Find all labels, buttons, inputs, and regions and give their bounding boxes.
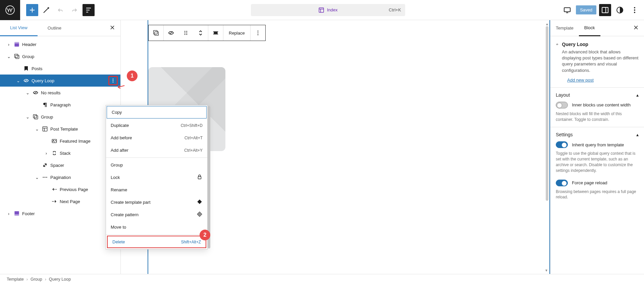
svg-point-35 xyxy=(184,34,185,35)
template-name: Index xyxy=(327,7,338,12)
menu-item-rename[interactable]: Rename xyxy=(106,184,207,196)
tree-item-label: Query Loop xyxy=(30,78,54,83)
chevron-icon[interactable]: › xyxy=(5,211,13,216)
tree-item-label: Post Template xyxy=(49,127,78,132)
block-options-button[interactable] xyxy=(251,25,265,41)
svg-rect-16 xyxy=(35,116,38,119)
close-settings-button[interactable] xyxy=(628,24,644,32)
svg-rect-20 xyxy=(43,177,44,178)
template-selector[interactable]: Index Ctrl+K xyxy=(251,4,405,16)
align-button[interactable] xyxy=(208,25,223,41)
chevron-icon[interactable]: › xyxy=(42,151,50,156)
chevron-icon[interactable]: ⌄ xyxy=(23,114,32,120)
block-tree: ›Header⌄GroupPosts⌄Query Loop⌄No results… xyxy=(0,36,120,274)
breadcrumb-item[interactable]: Query Loop xyxy=(49,277,71,282)
loop-icon xyxy=(32,89,40,96)
tab-template[interactable]: Template xyxy=(550,20,579,36)
header-icon xyxy=(13,41,21,48)
svg-rect-10 xyxy=(14,54,18,57)
document-overview-button[interactable] xyxy=(83,4,95,16)
canvas-scrollbar[interactable]: ▲ ▼ xyxy=(545,21,549,273)
tree-item-featured-image[interactable]: Featured Image xyxy=(0,135,120,147)
tree-item-post-template[interactable]: ⌄Post Template xyxy=(0,123,120,135)
tree-item-no-results[interactable]: ⌄No results xyxy=(0,87,120,99)
tree-item-group[interactable]: ⌄Group xyxy=(0,50,120,62)
add-new-post-link[interactable]: Add new post xyxy=(567,78,594,83)
parent-block-button[interactable] xyxy=(149,25,163,41)
menu-item-label: Delete xyxy=(112,239,125,244)
options-button[interactable] xyxy=(629,4,641,16)
chevron-icon[interactable]: ⌄ xyxy=(33,175,41,180)
add-block-button[interactable] xyxy=(26,4,38,16)
loop-icon xyxy=(22,77,30,84)
tree-item-posts[interactable]: Posts xyxy=(0,62,120,75)
group-icon xyxy=(13,53,21,60)
settings-toggle-button[interactable] xyxy=(599,4,611,16)
replace-button[interactable]: Replace xyxy=(223,25,250,41)
content-width-label: Inner blocks use content width xyxy=(572,102,631,107)
save-button[interactable]: Saved xyxy=(576,5,596,14)
inherit-help: Toggle to use the global query context t… xyxy=(556,151,639,173)
chevron-icon[interactable]: ⌄ xyxy=(23,90,32,95)
next-icon xyxy=(50,198,58,205)
tree-item-group[interactable]: ⌄Group xyxy=(0,111,120,123)
inherit-query-toggle[interactable] xyxy=(556,141,568,148)
right-panel-tabs: Template Block xyxy=(550,20,644,36)
styles-button[interactable] xyxy=(614,4,626,16)
drag-handle[interactable] xyxy=(178,25,193,41)
layout-section-header[interactable]: Layout ▴ xyxy=(556,92,639,98)
prev-icon xyxy=(50,186,58,193)
tab-list-view[interactable]: List View xyxy=(0,20,38,36)
chevron-icon[interactable]: ⌄ xyxy=(14,78,22,83)
tab-block[interactable]: Block xyxy=(579,20,600,36)
close-panel-button[interactable] xyxy=(104,24,120,32)
tree-item-footer[interactable]: ›Footer xyxy=(0,207,120,220)
tab-outline[interactable]: Outline xyxy=(38,20,71,36)
tree-item-header[interactable]: ›Header xyxy=(0,38,120,50)
block-toolbar: Replace xyxy=(148,25,266,41)
svg-rect-11 xyxy=(16,55,19,59)
chevron-icon[interactable]: ⌄ xyxy=(33,127,41,132)
menu-item-copy[interactable]: Copy xyxy=(107,106,207,119)
menu-item-delete[interactable]: DeleteShift+Alt+Z xyxy=(107,236,206,248)
menu-item-add-after[interactable]: Add afterCtrl+Alt+Y xyxy=(106,144,207,156)
menu-item-move-to[interactable]: Move to xyxy=(106,221,207,233)
force-reload-toggle[interactable] xyxy=(556,180,568,186)
menu-item-add-before[interactable]: Add beforeCtrl+Alt+T xyxy=(106,132,207,144)
chevron-icon[interactable]: › xyxy=(5,42,13,47)
tree-item-stack[interactable]: ›Stack xyxy=(0,147,120,159)
move-buttons[interactable] xyxy=(193,25,208,41)
menu-item-create-template-part[interactable]: Create template part xyxy=(106,196,207,208)
tree-item-previous-page[interactable]: Previous Page xyxy=(0,183,120,195)
menu-item-label: Move to xyxy=(111,225,126,230)
tree-item-pagination[interactable]: ⌄Pagination xyxy=(0,171,120,183)
menu-item-lock[interactable]: Lock xyxy=(106,171,207,184)
undo-button[interactable] xyxy=(54,4,66,16)
redo-button[interactable] xyxy=(68,4,80,16)
view-button[interactable] xyxy=(561,4,573,16)
footer-icon xyxy=(13,210,21,217)
wordpress-logo[interactable] xyxy=(0,0,20,20)
tree-item-paragraph[interactable]: Paragraph xyxy=(0,99,120,111)
tools-button[interactable] xyxy=(40,4,52,16)
breadcrumb-item[interactable]: Template xyxy=(7,277,24,282)
breadcrumb-item[interactable]: Group xyxy=(31,277,42,282)
chevron-icon[interactable]: ⌄ xyxy=(5,54,13,59)
settings-section-header[interactable]: Settings ▴ xyxy=(556,132,639,137)
menu-scrollbar[interactable] xyxy=(208,106,210,248)
tree-item-options-button[interactable] xyxy=(108,76,118,85)
settings-panel: Template Block Query Loop An advanced bl… xyxy=(550,20,644,274)
svg-point-33 xyxy=(184,33,185,34)
menu-item-create-pattern[interactable]: Create pattern xyxy=(106,208,207,221)
content-width-toggle[interactable] xyxy=(556,102,568,108)
menu-item-group[interactable]: Group xyxy=(106,159,207,171)
svg-rect-26 xyxy=(54,201,55,202)
svg-point-19 xyxy=(53,140,54,141)
toolbar-right: Saved xyxy=(561,4,644,16)
tree-item-spacer[interactable]: Spacer xyxy=(0,159,120,171)
block-type-button[interactable] xyxy=(164,25,178,41)
posts-icon xyxy=(22,65,30,72)
tree-item-next-page[interactable]: Next Page xyxy=(0,195,120,207)
menu-item-duplicate[interactable]: DuplicateCtrl+Shift+D xyxy=(106,119,207,132)
tree-item-query-loop[interactable]: ⌄Query Loop xyxy=(0,75,120,87)
